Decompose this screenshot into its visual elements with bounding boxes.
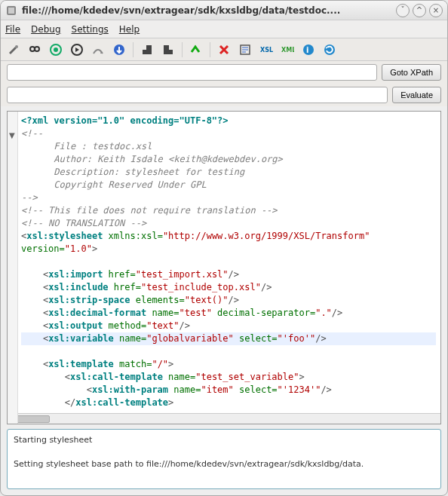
toolbar-separator — [210, 42, 210, 57]
fold-triangle-icon[interactable]: ▼ — [9, 131, 15, 139]
output-panel[interactable]: Starting stylesheet Setting stylesheet b… — [7, 429, 441, 489]
configure-icon[interactable] — [4, 41, 23, 59]
menubar: File Debug Settings Help — [1, 20, 447, 38]
break-icon[interactable] — [186, 41, 206, 59]
output-icon[interactable]: i — [299, 41, 318, 59]
stepup-icon[interactable] — [137, 41, 157, 59]
svg-point-4 — [35, 47, 39, 51]
toolbar-separator — [182, 42, 183, 57]
next-icon[interactable] — [109, 41, 129, 59]
evaluate-input[interactable] — [7, 87, 388, 103]
goto-xpath-button[interactable]: Goto XPath — [382, 64, 441, 81]
menu-help[interactable]: Help — [119, 24, 140, 35]
xpath-input[interactable] — [7, 64, 377, 81]
xpath-row: Goto XPath — [1, 61, 447, 84]
close-button[interactable]: × — [429, 4, 443, 17]
svg-text:i: i — [306, 46, 308, 54]
stepdown-icon[interactable] — [158, 41, 178, 59]
svg-rect-1 — [8, 8, 14, 14]
svg-point-2 — [15, 45, 18, 48]
xml-icon[interactable]: XML — [278, 41, 297, 59]
run-icon[interactable] — [46, 41, 66, 59]
svg-point-6 — [54, 47, 58, 52]
source-code[interactable]: <?xml version="1.0" encoding="UTF-8"?> <… — [8, 112, 440, 413]
toolbar-separator — [133, 42, 133, 57]
evaluate-row: Evaluate — [1, 84, 447, 106]
app-icon — [5, 5, 17, 17]
app-window: file:///home/kdedev/svn/extragear/sdk/kx… — [0, 0, 448, 496]
svg-text:XML: XML — [281, 47, 294, 54]
continue-icon[interactable] — [67, 41, 87, 59]
xsl-icon[interactable]: XSL — [256, 41, 276, 59]
window-title: file:///home/kdedev/svn/extragear/sdk/kx… — [22, 5, 393, 16]
evaluate-button[interactable]: Evaluate — [392, 87, 441, 103]
minimize-button[interactable]: ˇ — [396, 4, 410, 17]
source-panel: ▼ <?xml version="1.0" encoding="UTF-8"?>… — [7, 111, 441, 424]
menu-file[interactable]: File — [5, 24, 20, 35]
horizontal-scrollbar[interactable] — [8, 413, 440, 424]
inspect-icon[interactable] — [25, 41, 44, 59]
menu-settings[interactable]: Settings — [72, 24, 109, 35]
step-icon[interactable] — [88, 41, 108, 59]
output-line: Starting stylesheet — [14, 434, 434, 446]
source-icon[interactable] — [235, 41, 255, 59]
titlebar[interactable]: file:///home/kdedev/svn/extragear/sdk/kx… — [1, 1, 447, 20]
maximize-button[interactable]: ^ — [413, 4, 426, 17]
svg-text:XSL: XSL — [260, 47, 273, 54]
delete-icon[interactable] — [214, 41, 234, 59]
refresh-icon[interactable] — [320, 41, 339, 59]
output-line: Setting stylesheet base path to file:///… — [14, 458, 434, 470]
toolbar: XSL XML i — [1, 38, 447, 61]
gutter — [8, 112, 18, 424]
menu-debug[interactable]: Debug — [31, 24, 60, 35]
